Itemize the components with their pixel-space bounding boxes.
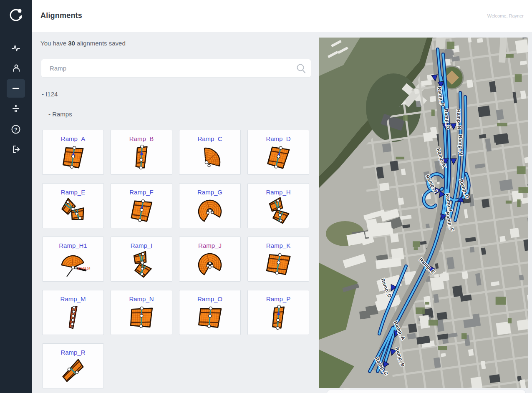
alignments-panel: You have 30 alignments saved - I124 - Ra… bbox=[32, 32, 318, 393]
alignment-thumbnail bbox=[123, 143, 160, 171]
activity-icon bbox=[11, 43, 21, 53]
map-view[interactable]: Ramp_PRamp_ORamp_NRamp_MRamp_KRamp_JRamp… bbox=[319, 38, 528, 388]
alignment-thumbnail bbox=[191, 196, 229, 225]
alignment-thumbnail bbox=[260, 196, 297, 225]
sidebar-item-help[interactable]: ? bbox=[7, 120, 25, 139]
alignment-card[interactable]: Ramp_E bbox=[42, 183, 104, 228]
alignment-thumbnail bbox=[191, 250, 229, 278]
satellite-map[interactable]: Ramp_PRamp_ORamp_NRamp_MRamp_KRamp_JRamp… bbox=[319, 38, 528, 388]
tree-node-ramps[interactable]: - Ramps bbox=[48, 111, 72, 118]
alignment-card[interactable]: Ramp_H127+68.24 bbox=[42, 237, 104, 282]
alignment-link[interactable]: Ramp_C bbox=[179, 135, 240, 142]
svg-text:?: ? bbox=[14, 127, 17, 133]
search-input[interactable] bbox=[50, 59, 287, 77]
alignment-link[interactable]: Ramp_N bbox=[111, 295, 172, 302]
alignment-card[interactable]: Ramp_G bbox=[179, 183, 241, 228]
alignment-link[interactable]: Ramp_A bbox=[43, 135, 103, 142]
alignment-link[interactable]: Ramp_H bbox=[248, 189, 309, 196]
sidebar-item-junctions[interactable] bbox=[7, 99, 25, 118]
sidebar: ? bbox=[0, 0, 32, 393]
user-icon bbox=[11, 63, 21, 73]
summary-text: You have 30 alignments saved bbox=[40, 40, 126, 47]
alignment-card[interactable]: Ramp_K bbox=[247, 237, 309, 282]
alignment-card[interactable]: Ramp_I bbox=[111, 237, 172, 282]
alignment-card[interactable]: Ramp_F bbox=[111, 183, 172, 228]
sidebar-item-logout[interactable] bbox=[7, 140, 25, 159]
welcome-text: Welcome, Rayner bbox=[487, 13, 524, 18]
alignment-link[interactable]: Ramp_D bbox=[248, 135, 309, 142]
app-logo-icon bbox=[8, 7, 24, 23]
alignment-thumbnail: 27+68.24 bbox=[54, 250, 92, 278]
map-alignment-label: Ramp_M bbox=[458, 135, 464, 156]
alignment-card[interactable]: Ramp_N bbox=[111, 290, 172, 335]
alignment-link[interactable]: Ramp_E bbox=[43, 189, 103, 196]
alignment-thumbnail bbox=[191, 303, 229, 332]
junction-icon bbox=[11, 103, 21, 113]
alignment-thumbnail bbox=[191, 143, 229, 171]
alignment-link[interactable]: Ramp_O bbox=[179, 295, 240, 302]
alignment-thumbnail bbox=[123, 250, 160, 278]
tree-node-i124[interactable]: - I124 bbox=[42, 91, 58, 98]
alignment-card[interactable]: Ramp_R bbox=[42, 343, 104, 388]
alignment-card[interactable]: Ramp_A bbox=[42, 130, 104, 175]
logout-icon bbox=[11, 144, 21, 154]
alignment-link[interactable]: Ramp_G bbox=[179, 189, 240, 196]
svg-text:27+68.24: 27+68.24 bbox=[77, 267, 91, 270]
help-icon: ? bbox=[10, 124, 21, 135]
alignment-thumbnail bbox=[123, 196, 160, 225]
panel-below-map bbox=[327, 390, 526, 393]
search-icon[interactable] bbox=[295, 63, 308, 75]
search-box bbox=[41, 59, 311, 78]
alignment-card[interactable]: Ramp_B bbox=[111, 130, 172, 175]
header: Alignments Welcome, Rayner bbox=[32, 0, 532, 32]
sidebar-item-alignments[interactable] bbox=[7, 79, 25, 98]
alignment-link[interactable]: Ramp_H1 bbox=[43, 242, 103, 249]
alignment-thumbnail bbox=[54, 303, 92, 332]
map-alignment-label: Ramp_N bbox=[456, 109, 462, 129]
alignment-card[interactable]: Ramp_M bbox=[42, 290, 104, 335]
alignment-thumbnail bbox=[54, 143, 92, 171]
alignment-link[interactable]: Ramp_F bbox=[111, 189, 172, 196]
alignment-link[interactable]: Ramp_K bbox=[248, 242, 309, 249]
alignment-thumbnail bbox=[260, 303, 297, 332]
alignment-link[interactable]: Ramp_B bbox=[111, 135, 172, 142]
alignment-link[interactable]: Ramp_I bbox=[111, 242, 172, 249]
alignment-thumbnail bbox=[260, 250, 297, 278]
alignment-card[interactable]: Ramp_C bbox=[179, 130, 241, 175]
alignment-card[interactable]: Ramp_O bbox=[179, 290, 241, 335]
alignment-link[interactable]: Ramp_R bbox=[43, 349, 103, 356]
page-title: Alignments bbox=[40, 11, 82, 20]
alignment-link[interactable]: Ramp_J bbox=[179, 242, 240, 249]
alignment-card[interactable]: Ramp_H bbox=[247, 183, 309, 228]
sidebar-item-activity[interactable] bbox=[7, 39, 25, 57]
sidebar-item-user[interactable] bbox=[7, 59, 25, 77]
alignment-link[interactable]: Ramp_P bbox=[248, 295, 309, 302]
alignment-link[interactable]: Ramp_M bbox=[43, 295, 103, 302]
alignment-thumbnail bbox=[54, 357, 92, 385]
saved-count: 30 bbox=[68, 40, 75, 47]
alignment-thumbnail bbox=[54, 196, 92, 225]
alignment-card[interactable]: Ramp_D bbox=[247, 130, 309, 175]
alignments-icon bbox=[11, 83, 21, 93]
alignment-card[interactable]: Ramp_J bbox=[179, 237, 241, 282]
alignment-card[interactable]: Ramp_P bbox=[247, 290, 309, 335]
alignment-thumbnail bbox=[260, 143, 297, 171]
alignment-thumbnail bbox=[123, 303, 160, 332]
